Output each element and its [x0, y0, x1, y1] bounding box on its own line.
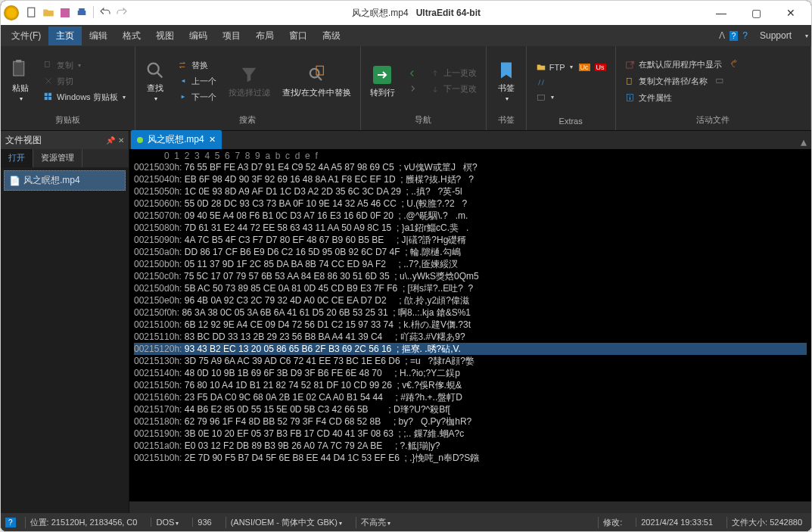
- file-item[interactable]: 📄 风之瞑想.mp4: [4, 170, 126, 191]
- sidebar-close-icon[interactable]: ✕: [118, 136, 124, 145]
- main-window: 风之瞑想.mp4 UltraEdit 64-bit — ▢ ✕ 文件(F) 主页…: [0, 0, 812, 532]
- windows-clipboard-button[interactable]: Windows 剪贴板▾: [40, 90, 129, 104]
- sidebar-title: 文件视图: [5, 134, 42, 147]
- sidebar-body: 📄 风之瞑想.mp4: [1, 167, 129, 513]
- hex-line[interactable]: 00215080h: 7D 61 31 E2 44 72 EE 58 63 43…: [134, 222, 807, 234]
- help-icon[interactable]: ?: [742, 30, 748, 41]
- save-icon[interactable]: [58, 6, 72, 20]
- hex-line[interactable]: 00215130h: 3D 75 A9 6A AC 39 AD C6 72 41…: [134, 355, 807, 367]
- svg-rect-0: [28, 8, 35, 17]
- hex-line[interactable]: 002150e0h: 96 4B 0A 92 C3 2C 79 32 4D A0…: [134, 294, 807, 306]
- window-controls: — ▢ ✕: [704, 1, 808, 25]
- hex-line[interactable]: 00215160h: 23 F5 DA C0 9C 68 0A 2B 1E 02…: [134, 391, 807, 403]
- hex-line[interactable]: 00215090h: 4A 7C B5 4F C3 F7 D7 80 EF 48…: [134, 234, 807, 246]
- hex-line[interactable]: 00215170h: 44 B6 E2 85 0D 55 15 5E 0D 5B…: [134, 403, 807, 415]
- new-file-icon[interactable]: [25, 6, 39, 20]
- find-in-files-button[interactable]: 查找/在文件中替换: [279, 63, 354, 100]
- minimize-button[interactable]: —: [704, 1, 739, 25]
- hex-line[interactable]: 002150f0h: 86 3A 38 0C 05 3A 6B 6A 41 61…: [134, 306, 807, 319]
- hex-line[interactable]: 002150d0h: 5B AC 50 73 89 85 CE 0A 81 0D…: [134, 282, 807, 294]
- hex-line[interactable]: 002151b0h: 2E 7D 90 F5 B7 D4 5F 6E B8 EE…: [134, 452, 807, 464]
- menu-window[interactable]: 窗口: [282, 26, 315, 45]
- menu-layout[interactable]: 布局: [248, 26, 282, 45]
- cut-button[interactable]: 剪切: [40, 74, 129, 89]
- scroll-up-icon[interactable]: ▴: [796, 135, 811, 149]
- hex-line[interactable]: 00215110h: 83 BC DD 33 13 2B 29 23 56 B8…: [134, 331, 807, 343]
- us-icon[interactable]: Us: [595, 64, 606, 71]
- ftp-button[interactable]: FTP▾ Uc Us: [533, 61, 609, 74]
- menu-home[interactable]: 主页: [48, 26, 82, 45]
- copy-path-button[interactable]: 复制文件路径/名称: [622, 74, 743, 89]
- replace-button[interactable]: 替换: [175, 58, 219, 73]
- properties-button[interactable]: 文件属性: [622, 91, 743, 105]
- rename-icon[interactable]: [715, 76, 726, 88]
- file-tab[interactable]: 风之瞑想.mp4 ✕: [131, 130, 222, 149]
- goto-button[interactable]: 转到行: [367, 63, 398, 100]
- bookmark-button[interactable]: 书签▾: [493, 58, 520, 104]
- svg-rect-21: [629, 97, 630, 100]
- hex-line[interactable]: 00215050h: 1C 0E 93 8D A9 AF D1 1C D3 A2…: [134, 185, 807, 198]
- refresh-icon[interactable]: [730, 59, 740, 71]
- maximize-button[interactable]: ▢: [739, 1, 773, 25]
- menu-encoding[interactable]: 编码: [182, 26, 215, 45]
- hex-line[interactable]: 00215030h: 76 55 BF FE A3 D7 91 E4 C9 52…: [134, 161, 807, 173]
- hex-line[interactable]: 00215140h: 48 0D 10 9B 1B 69 6F 3B D9 3F…: [134, 367, 807, 379]
- sidebar-tab-explorer[interactable]: 资源管理: [33, 149, 82, 167]
- status-format[interactable]: DOS▾: [151, 518, 183, 527]
- next-change-button[interactable]: 下一更改: [427, 82, 480, 96]
- copy-button[interactable]: 复制▾: [40, 58, 129, 73]
- hex-line[interactable]: 00215100h: 6B 12 92 9E A4 CE 09 D4 72 56…: [134, 319, 807, 331]
- hex-line[interactable]: 002150c0h: 75 5C 17 07 79 57 6B 53 AA 84…: [134, 270, 807, 282]
- hex-line[interactable]: 00215060h: 55 0D 28 DC 93 C3 73 BA 0F 10…: [134, 198, 807, 210]
- hex-line[interactable]: 002151a0h: E0 03 12 F2 DB 89 B3 9B 26 A0…: [134, 440, 807, 452]
- sb-help-icon[interactable]: ?: [5, 518, 16, 527]
- print-icon[interactable]: [75, 6, 89, 20]
- status-encoding[interactable]: (ANSI/OEM - 简体中文 GBK)▾: [226, 517, 347, 528]
- find-button[interactable]: 查找▾: [142, 58, 169, 104]
- uc-icon[interactable]: Uc: [579, 64, 590, 71]
- hex-line[interactable]: 00215120h: 93 43 B2 EC 13 20 05 86 65 B6…: [134, 343, 807, 355]
- undo-icon[interactable]: [98, 6, 112, 20]
- sidebar-tab-open[interactable]: 打开: [1, 149, 33, 167]
- open-icon[interactable]: [42, 6, 55, 20]
- collapse-ribbon-icon[interactable]: ᐱ: [719, 30, 725, 41]
- prev-change-button[interactable]: 上一更改: [427, 66, 480, 80]
- group-label-search: 搜索: [142, 113, 354, 127]
- close-button[interactable]: ✕: [773, 1, 808, 25]
- menu-view[interactable]: 视图: [148, 26, 182, 45]
- hex-line[interactable]: 00215190h: 3B 0E 10 20 EF 05 37 B3 FB 17…: [134, 428, 807, 440]
- redo-icon[interactable]: [115, 6, 129, 20]
- hex-line[interactable]: 002150a0h: DD 86 17 CF B6 E9 D6 C2 16 5D…: [134, 246, 807, 258]
- open-default-button[interactable]: 在默认应用程序中显示: [622, 58, 743, 73]
- menu-edit[interactable]: 编辑: [82, 26, 115, 45]
- menu-advanced[interactable]: 高级: [315, 26, 348, 45]
- window-title: 风之瞑想.mp4 UltraEdit 64-bit: [129, 7, 704, 20]
- back-icon[interactable]: [404, 67, 421, 80]
- hex-line[interactable]: 00215150h: 76 80 10 A4 1D B1 21 82 74 52…: [134, 379, 807, 391]
- hex-line[interactable]: 00215070h: 09 40 5E A4 08 F6 B1 0C D3 A7…: [134, 210, 807, 222]
- feedback-icon[interactable]: ?: [730, 31, 739, 41]
- prev-button[interactable]: 上一个: [175, 74, 219, 89]
- hex-line[interactable]: 002150b0h: 05 11 37 9D 1F 2C 85 DA BA 8B…: [134, 258, 807, 270]
- paste-button[interactable]: 粘贴▾: [7, 58, 34, 104]
- extras-item3[interactable]: ▾: [533, 91, 609, 104]
- horizontal-scrollbar[interactable]: [129, 501, 811, 513]
- quick-access-toolbar: [25, 6, 129, 20]
- next-button[interactable]: 下一个: [175, 90, 219, 104]
- pin-icon[interactable]: 📌: [106, 136, 115, 145]
- svg-rect-8: [48, 93, 51, 96]
- forward-icon[interactable]: [404, 82, 421, 95]
- chevron-down-icon[interactable]: ▾: [805, 33, 808, 39]
- filter-button[interactable]: 按选择过滤: [226, 63, 273, 100]
- extras-item2[interactable]: [533, 76, 609, 89]
- tab-close-icon[interactable]: ✕: [209, 135, 216, 145]
- menu-file[interactable]: 文件(F): [4, 26, 48, 45]
- menu-format[interactable]: 格式: [115, 26, 148, 45]
- menu-project[interactable]: 项目: [215, 26, 248, 45]
- menu-support[interactable]: Support: [752, 27, 799, 44]
- svg-rect-18: [716, 79, 722, 82]
- hex-line[interactable]: 00215040h: EB 6F 98 4D 90 3F 92 69 16 48…: [134, 173, 807, 185]
- hex-line[interactable]: 00215180h: 62 79 96 1F F4 8D BB 52 79 3F…: [134, 415, 807, 428]
- status-highlight[interactable]: 不高亮▾: [356, 517, 395, 528]
- hex-editor[interactable]: 0 1 2 3 4 5 6 7 8 9 a b c d e f 00215030…: [129, 149, 811, 501]
